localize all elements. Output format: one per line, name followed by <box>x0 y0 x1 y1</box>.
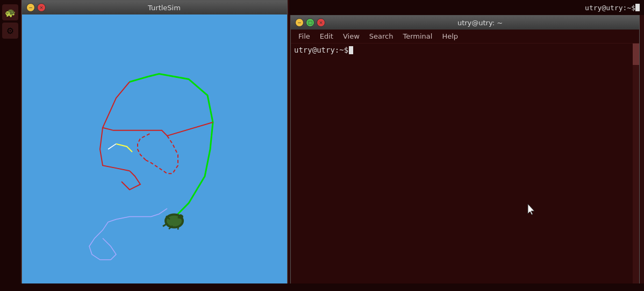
white-path <box>89 208 167 259</box>
yellow-path <box>116 144 132 152</box>
turtlesim-canvas <box>22 14 287 284</box>
red-path-3 <box>121 171 140 190</box>
red-dashed-path <box>146 136 178 173</box>
terminal-prompt-text: utry@utry:~$ <box>294 46 348 54</box>
turtlesim-close-button[interactable]: × <box>37 3 46 12</box>
white-accent-path <box>108 144 116 149</box>
red-path-1 <box>103 82 213 136</box>
turtlesim-minimize-button[interactable]: − <box>26 3 35 12</box>
terminal-scrollbar[interactable] <box>633 43 639 290</box>
turtle-paths-svg <box>22 14 287 284</box>
terminal-title: utry@utry: ~ <box>325 19 635 27</box>
terminal-titlebar: − □ × utry@utry: ~ <box>291 16 639 30</box>
svg-line-2 <box>178 226 178 230</box>
sidebar-icon-settings[interactable]: ⚙ <box>2 23 18 39</box>
menu-view[interactable]: View <box>339 31 364 41</box>
terminal-window: − □ × utry@utry: ~ File Edit View Search… <box>290 15 640 289</box>
green-path-1 <box>148 74 213 214</box>
sidebar-icon-turtle[interactable]: 🐢 <box>2 4 18 20</box>
menu-help[interactable]: Help <box>438 31 462 41</box>
bottom-bar <box>0 283 644 291</box>
red-path-2 <box>100 128 130 171</box>
menu-terminal[interactable]: Terminal <box>398 31 437 41</box>
terminal-scrollbar-thumb[interactable] <box>633 43 639 65</box>
turtlesim-title: TurtleSim <box>46 4 283 12</box>
desktop-cursor <box>635 4 640 11</box>
turtlesim-window-controls[interactable]: − × <box>26 3 46 12</box>
terminal-body[interactable]: utry@utry:~$ <box>291 43 639 288</box>
terminal-cursor <box>349 46 353 54</box>
terminal-prompt-line: utry@utry:~$ <box>294 46 636 54</box>
menu-edit[interactable]: Edit <box>316 31 338 41</box>
sidebar: 🐢 ⚙ <box>0 0 20 291</box>
turtlesim-window: − × TurtleSim <box>22 0 288 285</box>
terminal-close-button[interactable]: × <box>317 18 325 27</box>
green-path-2 <box>130 76 148 82</box>
terminal-minimize-button[interactable]: − <box>295 18 304 27</box>
terminal-maximize-button[interactable]: □ <box>306 18 314 27</box>
menu-file[interactable]: File <box>294 31 314 41</box>
desktop-topbar: utry@utry:~$ <box>289 0 644 15</box>
turtle-tail <box>163 224 167 227</box>
turtlesim-titlebar: − × TurtleSim <box>22 1 287 14</box>
menu-search[interactable]: Search <box>365 31 398 41</box>
desktop-title: utry@utry:~$ <box>585 4 635 12</box>
red-dashed-path-2 <box>138 133 151 160</box>
terminal-menubar: File Edit View Search Terminal Help <box>291 30 639 43</box>
terminal-window-controls[interactable]: − □ × <box>295 18 325 27</box>
